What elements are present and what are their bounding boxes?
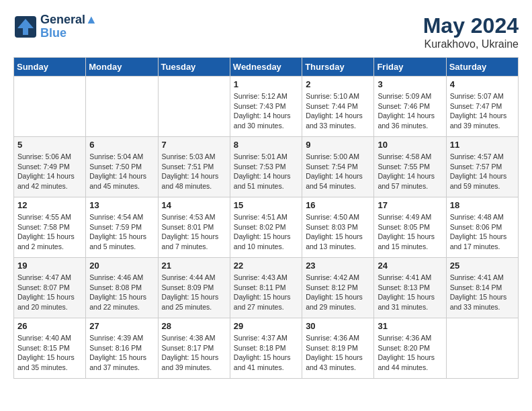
- logo: General▲ Blue: [13, 13, 97, 40]
- day-info: Sunrise: 4:46 AM Sunset: 8:08 PM Dayligh…: [89, 273, 154, 312]
- calendar-cell: [86, 77, 158, 137]
- calendar-cell: 18Sunrise: 4:48 AM Sunset: 8:06 PM Dayli…: [446, 197, 518, 258]
- day-number: 9: [306, 140, 370, 150]
- day-info: Sunrise: 4:57 AM Sunset: 7:57 PM Dayligh…: [450, 152, 515, 191]
- calendar-cell: 1Sunrise: 5:12 AM Sunset: 7:43 PM Daylig…: [230, 77, 302, 137]
- calendar-cell: 3Sunrise: 5:09 AM Sunset: 7:46 PM Daylig…: [374, 77, 446, 137]
- calendar-cell: 2Sunrise: 5:10 AM Sunset: 7:44 PM Daylig…: [302, 77, 374, 137]
- calendar-cell: 9Sunrise: 5:00 AM Sunset: 7:54 PM Daylig…: [302, 137, 374, 197]
- calendar-cell: 24Sunrise: 4:41 AM Sunset: 8:13 PM Dayli…: [374, 258, 446, 318]
- weekday-header: Sunday: [14, 58, 86, 77]
- day-number: 22: [234, 261, 298, 271]
- calendar-cell: 15Sunrise: 4:51 AM Sunset: 8:02 PM Dayli…: [230, 197, 302, 258]
- calendar-cell: 27Sunrise: 4:39 AM Sunset: 8:16 PM Dayli…: [86, 318, 158, 379]
- calendar-cell: 6Sunrise: 5:04 AM Sunset: 7:50 PM Daylig…: [86, 137, 158, 197]
- calendar-cell: [446, 318, 518, 379]
- day-number: 16: [306, 200, 370, 210]
- day-number: 30: [306, 321, 370, 331]
- day-info: Sunrise: 4:58 AM Sunset: 7:55 PM Dayligh…: [378, 152, 442, 191]
- weekday-header: Monday: [86, 58, 158, 77]
- month-year: May 2024: [423, 13, 519, 38]
- calendar-week-row: 19Sunrise: 4:47 AM Sunset: 8:07 PM Dayli…: [14, 258, 519, 318]
- day-info: Sunrise: 5:03 AM Sunset: 7:51 PM Dayligh…: [162, 152, 226, 191]
- day-info: Sunrise: 4:41 AM Sunset: 8:14 PM Dayligh…: [450, 273, 515, 312]
- calendar-cell: [158, 77, 230, 137]
- day-info: Sunrise: 4:41 AM Sunset: 8:13 PM Dayligh…: [378, 273, 442, 312]
- calendar-week-row: 26Sunrise: 4:40 AM Sunset: 8:15 PM Dayli…: [14, 318, 519, 379]
- calendar-cell: 23Sunrise: 4:42 AM Sunset: 8:12 PM Dayli…: [302, 258, 374, 318]
- day-number: 20: [89, 261, 154, 271]
- day-number: 26: [17, 321, 82, 331]
- day-info: Sunrise: 4:53 AM Sunset: 8:01 PM Dayligh…: [162, 212, 226, 252]
- calendar-table: SundayMondayTuesdayWednesdayThursdayFrid…: [13, 57, 519, 379]
- weekday-header: Saturday: [446, 58, 518, 77]
- calendar-cell: 7Sunrise: 5:03 AM Sunset: 7:51 PM Daylig…: [158, 137, 230, 197]
- day-number: 6: [89, 140, 154, 150]
- day-info: Sunrise: 5:01 AM Sunset: 7:53 PM Dayligh…: [234, 152, 298, 191]
- day-number: 27: [89, 321, 154, 331]
- day-number: 15: [234, 200, 298, 210]
- calendar-cell: 13Sunrise: 4:54 AM Sunset: 7:59 PM Dayli…: [86, 197, 158, 258]
- calendar-cell: 22Sunrise: 4:43 AM Sunset: 8:11 PM Dayli…: [230, 258, 302, 318]
- calendar-cell: 12Sunrise: 4:55 AM Sunset: 7:58 PM Dayli…: [14, 197, 86, 258]
- day-info: Sunrise: 4:36 AM Sunset: 8:19 PM Dayligh…: [306, 333, 370, 373]
- day-info: Sunrise: 4:47 AM Sunset: 8:07 PM Dayligh…: [17, 273, 82, 312]
- calendar-week-row: 12Sunrise: 4:55 AM Sunset: 7:58 PM Dayli…: [14, 197, 519, 258]
- day-number: 31: [378, 321, 442, 331]
- day-number: 10: [378, 140, 442, 150]
- day-number: 2: [306, 79, 370, 89]
- calendar-cell: 19Sunrise: 4:47 AM Sunset: 8:07 PM Dayli…: [14, 258, 86, 318]
- day-number: 28: [162, 321, 226, 331]
- calendar-cell: 31Sunrise: 4:36 AM Sunset: 8:20 PM Dayli…: [374, 318, 446, 379]
- day-number: 23: [306, 261, 370, 271]
- day-info: Sunrise: 5:10 AM Sunset: 7:44 PM Dayligh…: [306, 91, 370, 131]
- day-info: Sunrise: 4:39 AM Sunset: 8:16 PM Dayligh…: [89, 333, 154, 373]
- day-info: Sunrise: 4:37 AM Sunset: 8:18 PM Dayligh…: [234, 333, 298, 373]
- day-number: 17: [378, 200, 442, 210]
- location: Kurakhovo, Ukraine: [423, 38, 519, 50]
- logo-line1: General▲: [40, 13, 97, 27]
- weekday-header: Wednesday: [230, 58, 302, 77]
- day-number: 29: [234, 321, 298, 331]
- calendar-cell: 26Sunrise: 4:40 AM Sunset: 8:15 PM Dayli…: [14, 318, 86, 379]
- day-number: 7: [162, 140, 226, 150]
- calendar-header-row: SundayMondayTuesdayWednesdayThursdayFrid…: [14, 58, 519, 77]
- day-number: 5: [17, 140, 82, 150]
- day-number: 14: [162, 200, 226, 210]
- calendar-cell: 21Sunrise: 4:44 AM Sunset: 8:09 PM Dayli…: [158, 258, 230, 318]
- calendar-week-row: 1Sunrise: 5:12 AM Sunset: 7:43 PM Daylig…: [14, 77, 519, 137]
- calendar-cell: 5Sunrise: 5:06 AM Sunset: 7:49 PM Daylig…: [14, 137, 86, 197]
- day-info: Sunrise: 4:43 AM Sunset: 8:11 PM Dayligh…: [234, 273, 298, 312]
- day-info: Sunrise: 4:44 AM Sunset: 8:09 PM Dayligh…: [162, 273, 226, 312]
- day-info: Sunrise: 4:40 AM Sunset: 8:15 PM Dayligh…: [17, 333, 82, 373]
- weekday-header: Tuesday: [158, 58, 230, 77]
- day-number: 3: [378, 79, 442, 89]
- day-info: Sunrise: 4:38 AM Sunset: 8:17 PM Dayligh…: [162, 333, 226, 373]
- day-info: Sunrise: 5:07 AM Sunset: 7:47 PM Dayligh…: [450, 91, 515, 131]
- title-block: May 2024 Kurakhovo, Ukraine: [423, 13, 519, 50]
- logo-icon: [13, 15, 38, 39]
- day-number: 12: [17, 200, 82, 210]
- calendar-cell: 14Sunrise: 4:53 AM Sunset: 8:01 PM Dayli…: [158, 197, 230, 258]
- day-number: 25: [450, 261, 515, 271]
- logo-line2: Blue: [40, 27, 97, 40]
- calendar-week-row: 5Sunrise: 5:06 AM Sunset: 7:49 PM Daylig…: [14, 137, 519, 197]
- day-info: Sunrise: 4:55 AM Sunset: 7:58 PM Dayligh…: [17, 212, 82, 252]
- calendar-cell: 16Sunrise: 4:50 AM Sunset: 8:03 PM Dayli…: [302, 197, 374, 258]
- weekday-header: Friday: [374, 58, 446, 77]
- day-number: 18: [450, 200, 515, 210]
- weekday-header: Thursday: [302, 58, 374, 77]
- day-info: Sunrise: 5:06 AM Sunset: 7:49 PM Dayligh…: [17, 152, 82, 191]
- day-number: 21: [162, 261, 226, 271]
- day-info: Sunrise: 4:51 AM Sunset: 8:02 PM Dayligh…: [234, 212, 298, 252]
- day-info: Sunrise: 5:00 AM Sunset: 7:54 PM Dayligh…: [306, 152, 370, 191]
- calendar-cell: 11Sunrise: 4:57 AM Sunset: 7:57 PM Dayli…: [446, 137, 518, 197]
- calendar-cell: 20Sunrise: 4:46 AM Sunset: 8:08 PM Dayli…: [86, 258, 158, 318]
- calendar-cell: 4Sunrise: 5:07 AM Sunset: 7:47 PM Daylig…: [446, 77, 518, 137]
- day-info: Sunrise: 5:04 AM Sunset: 7:50 PM Dayligh…: [89, 152, 154, 191]
- day-info: Sunrise: 5:12 AM Sunset: 7:43 PM Dayligh…: [234, 91, 298, 131]
- day-info: Sunrise: 4:54 AM Sunset: 7:59 PM Dayligh…: [89, 212, 154, 252]
- day-info: Sunrise: 4:49 AM Sunset: 8:05 PM Dayligh…: [378, 212, 442, 252]
- day-number: 1: [234, 79, 298, 89]
- calendar-cell: 30Sunrise: 4:36 AM Sunset: 8:19 PM Dayli…: [302, 318, 374, 379]
